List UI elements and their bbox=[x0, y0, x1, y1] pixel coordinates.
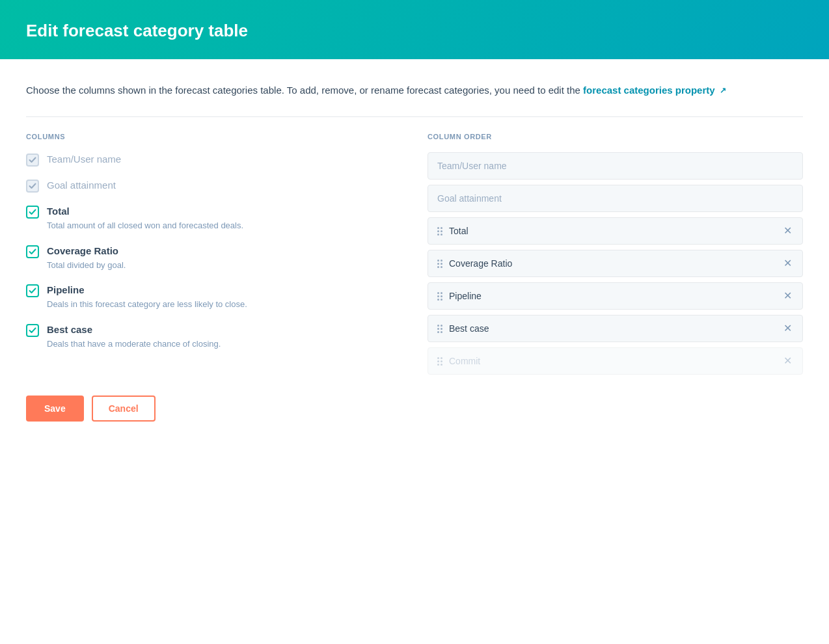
remove-total-button[interactable]: ✕ bbox=[782, 226, 793, 236]
list-item: Total Total amount of all closed won and… bbox=[26, 204, 401, 232]
drag-handle-coverage[interactable] bbox=[437, 260, 442, 268]
cancel-button[interactable]: Cancel bbox=[92, 396, 156, 422]
pipeline-desc: Deals in this forecast category are less… bbox=[47, 298, 247, 311]
order-item-pipeline[interactable]: Pipeline ✕ bbox=[428, 282, 803, 310]
drag-handle-best-case[interactable] bbox=[437, 325, 442, 333]
list-item: Team/User name bbox=[26, 152, 401, 167]
remove-pipeline-button[interactable]: ✕ bbox=[782, 291, 793, 301]
list-item: Best case Deals that have a moderate cha… bbox=[26, 323, 401, 351]
page-container: Edit forecast category table Choose the … bbox=[0, 0, 829, 441]
remove-best-case-button[interactable]: ✕ bbox=[782, 323, 793, 334]
columns-list: Team/User name Go bbox=[26, 152, 401, 362]
total-checkbox[interactable] bbox=[26, 206, 39, 219]
list-item: Goal attainment bbox=[26, 178, 401, 193]
order-label-coverage: Coverage Ratio bbox=[449, 258, 782, 269]
columns-header: COLUMNS bbox=[26, 133, 401, 141]
coverage-ratio-label: Coverage Ratio bbox=[47, 244, 126, 258]
order-item-total[interactable]: Total ✕ bbox=[428, 217, 803, 245]
best-case-checkbox[interactable] bbox=[26, 324, 39, 337]
forecast-categories-link[interactable]: forecast categories property ↗ bbox=[583, 85, 726, 96]
remove-coverage-button[interactable]: ✕ bbox=[782, 258, 793, 269]
description-text: Choose the columns shown in the forecast… bbox=[26, 83, 803, 98]
total-label: Total bbox=[47, 204, 243, 218]
order-label-best-case: Best case bbox=[449, 323, 782, 334]
order-item-commit[interactable]: Commit ✕ bbox=[428, 347, 803, 375]
page-header: Edit forecast category table bbox=[0, 0, 829, 59]
order-item-goal: Goal attainment bbox=[428, 185, 803, 212]
footer: Save Cancel bbox=[0, 380, 829, 441]
goal-attainment-label: Goal attainment bbox=[47, 178, 116, 192]
list-item: Coverage Ratio Total divided by goal. bbox=[26, 244, 401, 272]
order-label-goal: Goal attainment bbox=[437, 193, 793, 204]
order-label-pipeline: Pipeline bbox=[449, 291, 782, 301]
order-item-coverage[interactable]: Coverage Ratio ✕ bbox=[428, 250, 803, 277]
column-order-section: COLUMN ORDER Team/User name Goal attainm… bbox=[428, 133, 803, 380]
best-case-desc: Deals that have a moderate chance of clo… bbox=[47, 338, 221, 351]
list-item: Pipeline Deals in this forecast category… bbox=[26, 283, 401, 311]
two-column-layout: COLUMNS Team/User name bbox=[26, 116, 803, 380]
goal-attainment-checkbox[interactable] bbox=[26, 180, 39, 193]
modal-body: Choose the columns shown in the forecast… bbox=[0, 59, 829, 380]
link-label: forecast categories property bbox=[583, 85, 715, 96]
order-item-best-case[interactable]: Best case ✕ bbox=[428, 315, 803, 342]
order-label-total: Total bbox=[449, 226, 782, 236]
column-order-list: Team/User name Goal attainment Total bbox=[428, 152, 803, 380]
save-button[interactable]: Save bbox=[26, 396, 84, 422]
coverage-ratio-desc: Total divided by goal. bbox=[47, 259, 126, 272]
column-order-header: COLUMN ORDER bbox=[428, 133, 803, 141]
external-link-icon: ↗ bbox=[720, 85, 726, 97]
order-item-team-user: Team/User name bbox=[428, 152, 803, 180]
pipeline-label: Pipeline bbox=[47, 283, 247, 297]
order-label-team-user: Team/User name bbox=[437, 161, 793, 171]
remove-commit-button[interactable]: ✕ bbox=[782, 356, 793, 366]
total-desc: Total amount of all closed won and forec… bbox=[47, 219, 243, 232]
order-label-commit: Commit bbox=[449, 356, 782, 366]
page-title: Edit forecast category table bbox=[26, 21, 803, 41]
pipeline-checkbox[interactable] bbox=[26, 284, 39, 297]
columns-section: COLUMNS Team/User name bbox=[26, 133, 401, 380]
drag-handle-commit[interactable] bbox=[437, 357, 442, 366]
drag-handle-pipeline[interactable] bbox=[437, 292, 442, 301]
drag-handle-total[interactable] bbox=[437, 227, 442, 235]
desc-before: Choose the columns shown in the forecast… bbox=[26, 85, 583, 96]
best-case-label: Best case bbox=[47, 323, 221, 336]
team-user-label: Team/User name bbox=[47, 152, 121, 166]
team-user-checkbox[interactable] bbox=[26, 154, 39, 167]
coverage-ratio-checkbox[interactable] bbox=[26, 245, 39, 258]
